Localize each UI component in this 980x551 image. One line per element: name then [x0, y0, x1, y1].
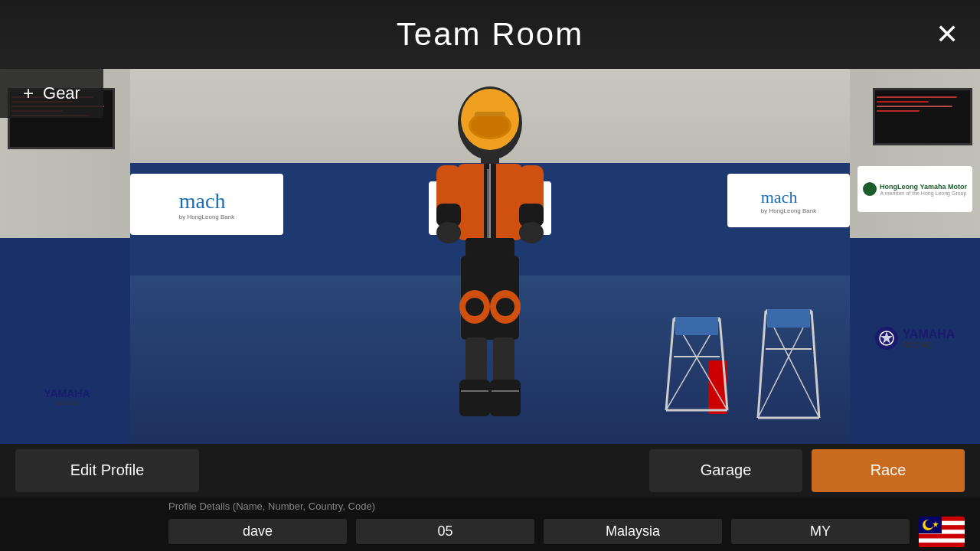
yamaha-left-sub: RACING	[8, 399, 126, 406]
mach-left-sub: by HongLeong Bank	[179, 214, 235, 220]
svg-rect-45	[475, 112, 505, 116]
svg-line-11	[812, 311, 819, 418]
malaysia-flag	[919, 517, 965, 547]
garage-button[interactable]: Garage	[649, 449, 802, 492]
svg-line-2	[666, 318, 674, 410]
profile-details: Profile Details (Name, Number, Country, …	[0, 497, 980, 551]
profile-country-field[interactable]	[544, 519, 722, 544]
svg-point-35	[466, 298, 484, 316]
mach-banner-right: mach by HongLeong Bank	[727, 174, 850, 227]
right-wall-section: YAMAHA RACING	[850, 69, 980, 444]
svg-rect-51	[919, 538, 965, 543]
equipment-right	[658, 303, 842, 425]
svg-rect-50	[919, 534, 965, 539]
left-blue-band	[0, 238, 130, 445]
left-wall-section: YAMAHA RACING	[0, 69, 130, 444]
app-container: Team Room ✕ YAMAHA RACING	[0, 0, 980, 551]
svg-rect-44	[487, 169, 489, 238]
svg-rect-52	[919, 543, 965, 547]
profile-name-field[interactable]	[168, 519, 347, 544]
race-button[interactable]: Race	[812, 449, 965, 492]
close-button[interactable]: ✕	[936, 21, 959, 48]
profile-hint: Profile Details (Name, Number, Country, …	[168, 500, 965, 512]
edit-profile-button[interactable]: Edit Profile	[15, 449, 199, 492]
svg-rect-16	[767, 309, 810, 328]
svg-rect-40	[459, 380, 490, 416]
mach-right-text: mach	[761, 187, 817, 207]
yamaha-left-text: YAMAHA	[8, 387, 126, 399]
chairs-svg	[658, 303, 842, 425]
hongleong-banner: HongLeong Yamaha Motor A member of the H…	[858, 166, 972, 212]
monitor-right	[873, 88, 972, 145]
page-title: Team Room	[397, 16, 583, 53]
profile-number-field[interactable]	[356, 519, 534, 544]
mach-right-sub: by HongLeong Bank	[761, 207, 817, 214]
action-bar: Edit Profile Garage Race Profile Details…	[0, 444, 980, 551]
profile-code-field[interactable]	[731, 519, 910, 544]
svg-point-55	[926, 520, 934, 528]
svg-rect-41	[490, 380, 521, 416]
mach-left-text: mach	[179, 189, 235, 214]
mach-banner-left: mach by HongLeong Bank	[130, 174, 283, 235]
svg-line-10	[758, 311, 766, 418]
svg-rect-32	[466, 238, 514, 257]
gear-button[interactable]: + Gear	[0, 69, 103, 118]
svg-rect-8	[675, 317, 718, 335]
svg-point-30	[519, 222, 544, 243]
hongleong-sub: A member of the Hong Leong Group	[880, 191, 967, 196]
gear-label: Gear	[43, 83, 80, 103]
garage-scene: YAMAHA RACING YAMAHA	[0, 69, 980, 444]
svg-point-29	[436, 222, 461, 243]
svg-point-20	[471, 114, 509, 137]
profile-fields	[168, 517, 965, 547]
gear-plus-icon: +	[23, 83, 34, 104]
svg-line-3	[720, 318, 727, 410]
yamaha-right-label: YAMAHA RACING	[854, 308, 976, 369]
buttons-row: Edit Profile Garage Race	[0, 444, 980, 497]
rider-character	[406, 81, 574, 425]
yamaha-left-box: YAMAHA RACING	[8, 387, 126, 406]
character-svg	[406, 81, 574, 425]
hongleong-text: HongLeong Yamaha Motor	[880, 183, 967, 191]
header: Team Room ✕	[0, 0, 980, 69]
svg-point-37	[496, 298, 514, 316]
